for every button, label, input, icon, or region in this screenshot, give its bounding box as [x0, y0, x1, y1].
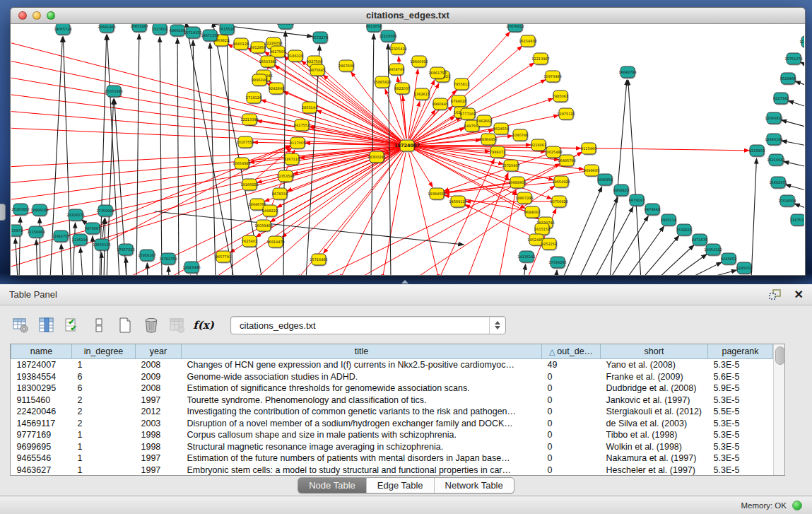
table-cell[interactable]: Stergiakouli et al. (2012) [601, 406, 708, 418]
table-row[interactable]: 946554611997Estimation of the future num… [11, 452, 773, 465]
column-header-title[interactable]: title [182, 344, 542, 359]
table-cell[interactable]: 9463627 [11, 465, 72, 477]
table-cell[interactable]: de Silva et al. (2003) [601, 418, 708, 430]
table-cell[interactable]: 2008 [136, 382, 182, 395]
table-cell[interactable]: 2 [72, 418, 136, 430]
splitter-grip[interactable] [401, 280, 408, 284]
float-panel-icon[interactable] [766, 286, 784, 304]
tab-network-table[interactable]: Network Table [435, 478, 514, 493]
table-row[interactable]: 1830029562008Estimation of significance … [11, 382, 773, 395]
table-cell[interactable]: 6 [72, 371, 136, 383]
table-row[interactable]: 2242004622012Investigating the contribut… [11, 406, 773, 418]
table-cell[interactable]: Embryonic stem cells: a model to study s… [182, 465, 542, 477]
table-cell[interactable]: 5.3E-5 [708, 359, 773, 371]
table-cell[interactable]: 9699695 [11, 441, 72, 453]
table-cell[interactable]: 5.3E-5 [708, 441, 773, 453]
table-cell[interactable]: 22420046 [11, 406, 72, 418]
delete-trash-button[interactable] [142, 316, 160, 334]
panel-collapse-handle[interactable] [0, 204, 6, 221]
window-titlebar[interactable]: citations_edges.txt [11, 8, 805, 24]
table-cell[interactable]: Corpus callosum shape and size in male p… [182, 429, 542, 441]
column-header-short[interactable]: short [601, 344, 708, 359]
tab-edge-table[interactable]: Edge Table [367, 478, 435, 493]
table-cell[interactable]: 0 [542, 465, 601, 477]
scrollbar-thumb[interactable] [775, 346, 785, 365]
table-cell[interactable]: Dudbridge et al. (2008) [601, 382, 708, 395]
select-column-button[interactable] [37, 316, 56, 334]
table-cell[interactable]: 0 [542, 406, 601, 418]
column-header-name[interactable]: name [11, 344, 72, 359]
table-cell[interactable]: 5.3E-5 [708, 395, 773, 407]
table-cell[interactable]: 2012 [136, 406, 182, 418]
column-settings-button[interactable] [11, 316, 30, 334]
table-cell[interactable]: 6 [72, 382, 136, 395]
table-cell[interactable]: 2003 [136, 418, 182, 430]
table-cell[interactable]: 14569117 [11, 418, 72, 430]
table-cell[interactable]: 2008 [136, 359, 182, 371]
table-cell[interactable]: 5.3E-5 [708, 465, 773, 477]
table-cell[interactable]: 1997 [136, 452, 182, 465]
table-cell[interactable]: Estimation of the future numbers of pati… [182, 452, 542, 465]
table-cell[interactable]: 5.3E-5 [708, 429, 773, 441]
table-cell[interactable]: 0 [542, 452, 601, 465]
deselect-rows-button[interactable] [90, 316, 108, 334]
network-canvas[interactable]: 1872400718300295271812612213399101075521… [11, 24, 804, 275]
close-panel-icon[interactable]: ✕ [794, 284, 804, 305]
table-selector-dropdown[interactable]: citations_edges.txt [230, 316, 506, 334]
table-cell[interactable]: Tibbo et al. (1998) [601, 429, 708, 441]
table-row[interactable]: 1872400712008Changes of HCN gene express… [11, 359, 773, 371]
memory-status-indicator[interactable] [792, 501, 802, 510]
table-cell[interactable]: 0 [542, 382, 601, 395]
table-cell[interactable]: Investigating the contribution of common… [182, 406, 542, 418]
minimize-window-button[interactable] [33, 11, 41, 20]
close-window-button[interactable] [18, 11, 27, 20]
table-cell[interactable]: 1 [72, 429, 136, 441]
table-cell[interactable]: Estimation of significance thresholds fo… [182, 382, 542, 395]
table-cell[interactable]: 2 [72, 395, 136, 407]
table-cell[interactable]: Yano et al. (2008) [601, 359, 708, 371]
table-cell[interactable]: 1 [72, 441, 136, 453]
column-header-pagerank[interactable]: pagerank [708, 344, 773, 359]
table-cell[interactable]: 0 [542, 429, 601, 441]
table-cell[interactable]: 2009 [136, 371, 182, 383]
table-cell[interactable]: 9115460 [11, 395, 72, 407]
table-cell[interactable]: Genome-wide association studies in ADHD. [182, 371, 542, 383]
table-row[interactable]: 1938455462009Genome-wide association stu… [11, 371, 773, 383]
table-cell[interactable]: Changes of HCN gene expression and I(f) … [182, 359, 542, 371]
table-cell[interactable]: 1 [72, 359, 136, 371]
table-cell[interactable]: 2 [72, 406, 136, 418]
table-cell[interactable]: 5.6E-5 [708, 371, 773, 383]
table-cell[interactable]: 9465546 [11, 452, 72, 465]
new-table-button[interactable] [116, 316, 134, 334]
table-scrollbar[interactable] [773, 344, 784, 475]
tab-node-table[interactable]: Node Table [298, 478, 367, 493]
table-cell[interactable]: 9777169 [11, 429, 72, 441]
table-cell[interactable]: 1998 [136, 429, 182, 441]
table-cell[interactable]: Wolkin et al. (1998) [601, 441, 708, 453]
select-all-rows-button[interactable]: ✔✔ [64, 316, 82, 334]
table-cell[interactable]: Franke et al. (2009) [601, 371, 708, 383]
table-cell[interactable]: 1997 [136, 395, 182, 407]
table-cell[interactable]: 5.9E-5 [708, 382, 773, 395]
table-cell[interactable]: Nakamura et al. (1997) [601, 452, 708, 465]
table-cell[interactable]: 1998 [136, 441, 182, 453]
column-header-out_de[interactable]: △out_de… [542, 344, 601, 359]
table-cell[interactable]: Disruption of a novel member of a sodium… [182, 418, 542, 430]
table-row[interactable]: 911546021997Tourette syndrome. Phenomeno… [11, 395, 773, 407]
function-builder-button[interactable]: f(x) [194, 316, 213, 334]
table-cell[interactable]: 1997 [136, 465, 182, 477]
table-cell[interactable]: Tourette syndrome. Phenomenology and cla… [182, 395, 542, 407]
table-cell[interactable]: 49 [542, 359, 601, 371]
table-cell[interactable]: 1 [72, 465, 136, 477]
column-header-in_degree[interactable]: in_degree [72, 344, 136, 359]
table-cell[interactable]: 19384554 [11, 371, 72, 383]
table-cell[interactable]: 0 [542, 395, 601, 407]
table-cell[interactable]: Jankovic et al. (1997) [601, 395, 708, 407]
table-cell[interactable]: 0 [542, 371, 601, 383]
table-cell[interactable]: 0 [542, 441, 601, 453]
table-row[interactable]: 969969511998Structural magnetic resonanc… [11, 441, 773, 453]
table-cell[interactable]: Structural magnetic resonance image aver… [182, 441, 542, 453]
zoom-window-button[interactable] [47, 11, 55, 20]
table-cell[interactable]: 18724007 [11, 359, 72, 371]
column-header-year[interactable]: year [136, 344, 182, 359]
